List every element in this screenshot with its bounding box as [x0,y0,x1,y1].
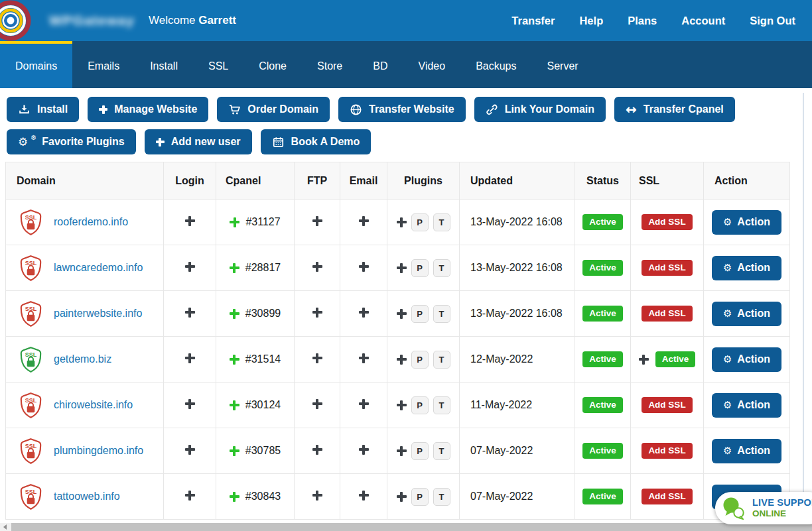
action-button[interactable]: ⚙Action [712,347,781,372]
plugins-t-button[interactable]: T [433,396,450,414]
cpanel-add-icon[interactable] [230,446,239,456]
tab-clone[interactable]: Clone [243,41,302,88]
plugins-t-button[interactable]: T [433,488,450,506]
plugins-t-button[interactable]: T [433,259,450,277]
domain-link[interactable]: rooferdemo.info [54,216,128,228]
add-new-user-button[interactable]: Add new user [145,129,252,154]
email-add-icon[interactable] [359,216,369,226]
plugins-t-button[interactable]: T [433,351,450,369]
live-support-widget[interactable]: LIVE SUPPORT ONLINE [715,492,812,524]
add-ssl-button[interactable]: Add SSL [642,397,692,414]
add-ssl-button[interactable]: Add SSL [642,260,692,276]
plugins-p-button[interactable]: P [411,213,429,231]
add-ssl-button[interactable]: Add SSL [642,443,692,459]
action-button[interactable]: ⚙Action [712,439,781,463]
tab-domains[interactable]: Domains [0,41,72,88]
tab-store[interactable]: Store [302,41,358,88]
gear-icon: ⚙ [723,400,732,410]
domain-link[interactable]: tattooweb.info [54,491,120,502]
domain-link[interactable]: painterwebsite.info [54,308,142,320]
plugins-t-button[interactable]: T [433,213,450,231]
transfer-cpanel-button[interactable]: ↔ Transfer Cpanel [614,97,735,122]
nav-account[interactable]: Account [681,15,725,27]
cpanel-add-icon[interactable] [230,217,239,227]
ftp-add-icon[interactable] [312,445,322,455]
plugins-add-icon[interactable] [397,400,407,410]
action-button[interactable]: ⚙Action [712,256,781,280]
book-a-demo-button[interactable]: Book A Demo [261,129,372,154]
plugins-add-icon[interactable] [397,263,407,273]
action-button[interactable]: ⚙Action [712,393,781,418]
cpanel-add-icon[interactable] [230,492,239,502]
nav-sign-out[interactable]: Sign Out [750,15,795,27]
login-add-icon[interactable] [185,308,195,318]
email-add-icon[interactable] [359,308,369,318]
email-add-icon[interactable] [359,491,369,501]
link-your-domain-button[interactable]: Link Your Domain [474,97,606,122]
cpanel-add-icon[interactable] [230,263,239,273]
plugins-add-icon[interactable] [397,446,407,456]
nav-transfer[interactable]: Transfer [511,15,555,27]
plugins-t-button[interactable]: T [433,442,450,460]
login-add-icon[interactable] [185,491,195,501]
ftp-add-icon[interactable] [312,308,322,318]
plugins-add-icon[interactable] [397,217,407,227]
plugins-p-button[interactable]: P [411,396,429,414]
domain-link[interactable]: lawncaredemo.info [54,262,143,274]
email-add-icon[interactable] [359,445,369,455]
ftp-add-icon[interactable] [312,353,322,363]
login-add-icon[interactable] [185,216,195,226]
plugins-p-button[interactable]: P [411,442,429,460]
col-login: Login [164,162,216,200]
ftp-add-icon[interactable] [312,491,322,501]
install-button[interactable]: Install [7,97,79,122]
action-button[interactable]: ⚙Action [712,210,781,235]
login-add-icon[interactable] [185,445,195,455]
plugins-add-icon[interactable] [397,355,407,365]
tab-video[interactable]: Video [403,41,461,88]
domain-link[interactable]: chirowebsite.info [54,399,133,411]
cpanel-add-icon[interactable] [230,400,239,410]
domain-link[interactable]: plumbingdemo.info [54,445,143,457]
tab-bd[interactable]: BD [358,41,403,88]
plugins-t-button[interactable]: T [433,305,450,323]
ssl-add-icon[interactable] [639,355,649,365]
tab-server[interactable]: Server [532,41,594,88]
nav-help[interactable]: Help [579,15,603,27]
tab-install[interactable]: Install [135,41,193,88]
ftp-add-icon[interactable] [312,262,322,272]
domain-link[interactable]: getdemo.biz [54,353,111,365]
add-ssl-button[interactable]: Add SSL [642,306,692,322]
favorite-plugins-button[interactable]: ⚙⚙ Favorite Plugins [7,129,136,154]
add-ssl-button[interactable]: Add SSL [642,489,692,505]
add-ssl-button[interactable]: Add SSL [642,214,692,231]
plugins-add-icon[interactable] [397,492,407,502]
ftp-add-icon[interactable] [312,399,322,409]
login-add-icon[interactable] [185,399,195,409]
action-button[interactable]: ⚙Action [712,302,781,326]
cpanel-add-icon[interactable] [230,355,239,365]
nav-plans[interactable]: Plans [628,15,657,27]
transfer-website-button[interactable]: Transfer Website [338,97,466,122]
tab-backups[interactable]: Backups [460,41,531,88]
welcome-text: Welcome Garrett [149,14,236,27]
plugins-p-button[interactable]: P [411,259,429,277]
manage-website-button[interactable]: Manage Website [88,97,208,122]
order-domain-button[interactable]: Order Domain [217,97,330,122]
login-add-icon[interactable] [185,262,195,272]
logo[interactable]: WPGateway [0,0,142,41]
email-add-icon[interactable] [359,353,369,363]
tab-emails[interactable]: Emails [72,41,135,88]
plugins-p-button[interactable]: P [411,351,429,369]
tab-ssl[interactable]: SSL [193,41,243,88]
ftp-add-icon[interactable] [312,216,322,226]
scrollbar-thumb[interactable] [11,523,812,531]
email-add-icon[interactable] [359,399,369,409]
email-add-icon[interactable] [359,262,369,272]
login-add-icon[interactable] [185,353,195,363]
plugins-p-button[interactable]: P [411,305,429,323]
cpanel-add-icon[interactable] [230,309,239,319]
plugins-p-button[interactable]: P [411,488,429,506]
scrollbar-left-arrow[interactable] [0,523,10,531]
plugins-add-icon[interactable] [397,309,407,319]
